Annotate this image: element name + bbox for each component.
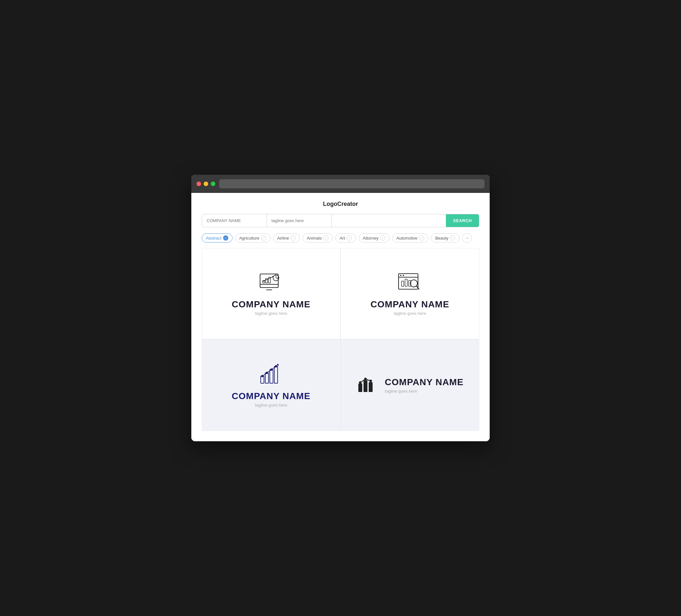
category-label: Animals (307, 236, 322, 240)
logo-card-4[interactable]: COMPANY NAME tagline goes here (341, 340, 479, 431)
app-content: LogoCreator SEARCH Abstract✓Agriculture✓… (191, 193, 490, 441)
browser-window: LogoCreator SEARCH Abstract✓Agriculture✓… (191, 175, 490, 441)
category-chip-automotive[interactable]: Automotive✓ (392, 233, 428, 242)
svg-point-10 (272, 276, 274, 277)
traffic-lights (197, 182, 215, 186)
check-icon: ✓ (261, 235, 266, 240)
category-chip-abstract[interactable]: Abstract✓ (202, 233, 232, 242)
category-chip-attorney[interactable]: Attorney✓ (359, 233, 389, 242)
logo-card-3[interactable]: COMPANY NAME tagline goes here (202, 340, 340, 431)
logo-1-company-name: COMPANY NAME (232, 299, 311, 310)
svg-point-24 (261, 375, 263, 377)
svg-rect-15 (401, 281, 404, 286)
category-label: Art (339, 236, 345, 240)
svg-rect-22 (270, 369, 273, 383)
logo-3-company-name: COMPANY NAME (232, 391, 311, 401)
svg-rect-16 (405, 279, 407, 286)
logo-grid: COMPANY NAME tagline goes here (202, 248, 479, 431)
search-button[interactable]: SEARCH (446, 214, 479, 227)
search-chart-icon (397, 272, 423, 295)
address-bar[interactable] (219, 179, 484, 188)
logo-2-tagline: tagline goes here (394, 311, 426, 316)
category-label: Agriculture (239, 236, 259, 240)
category-label: Abstract (206, 236, 222, 240)
bar-chart-growth-icon (258, 363, 284, 386)
maximize-button[interactable] (211, 182, 215, 186)
svg-rect-30 (363, 380, 368, 392)
close-button[interactable] (197, 182, 201, 186)
check-icon: ✓ (380, 235, 385, 240)
category-label: Airline (277, 236, 289, 240)
minimize-button[interactable] (204, 182, 208, 186)
logo-1-tagline: tagline goes here (255, 311, 287, 316)
categories-next-arrow[interactable]: → (462, 233, 472, 243)
categories-bar: Abstract✓Agriculture✓Airline✓Animals✓Art… (202, 233, 479, 243)
check-icon: ✓ (291, 235, 296, 240)
svg-point-13 (400, 275, 401, 276)
tagline-input[interactable] (267, 214, 332, 227)
category-chip-agriculture[interactable]: Agriculture✓ (235, 233, 271, 242)
check-icon: ✓ (347, 235, 352, 240)
check-icon: ✓ (323, 235, 328, 240)
svg-point-14 (403, 275, 404, 276)
check-icon: ✓ (450, 235, 455, 240)
category-chip-beauty[interactable]: Beauty✓ (431, 233, 459, 242)
extra-input[interactable] (332, 214, 446, 227)
app-title: LogoCreator (202, 201, 479, 207)
logo-card-2[interactable]: COMPANY NAME tagline goes here (341, 248, 479, 339)
svg-rect-23 (274, 366, 278, 383)
monitor-chart-icon (258, 272, 284, 295)
logo-4-tagline: tagline goes here (385, 389, 464, 393)
check-icon: ✓ (223, 235, 228, 240)
browser-chrome (191, 175, 490, 193)
category-label: Beauty (435, 236, 448, 240)
category-chip-airline[interactable]: Airline✓ (273, 233, 300, 242)
logo-4-company-name: COMPANY NAME (385, 377, 464, 387)
logo-card-1[interactable]: COMPANY NAME tagline goes here (202, 248, 340, 339)
category-label: Automotive (396, 236, 418, 240)
company-name-input[interactable] (202, 214, 267, 227)
svg-rect-29 (358, 384, 362, 392)
svg-point-26 (271, 368, 273, 370)
logo-3-tagline: tagline goes here (255, 403, 287, 408)
logo-2-company-name: COMPANY NAME (371, 299, 450, 310)
search-bar: SEARCH (202, 214, 479, 227)
svg-rect-21 (265, 373, 269, 383)
category-chip-animals[interactable]: Animals✓ (303, 233, 333, 242)
svg-rect-31 (369, 382, 373, 392)
category-chip-art[interactable]: Art✓ (335, 233, 356, 242)
category-label: Attorney (363, 236, 378, 240)
svg-point-25 (266, 371, 268, 374)
logo-4-text-block: COMPANY NAME tagline goes here (385, 377, 464, 393)
bar-dot-chart-icon (356, 371, 380, 394)
check-icon: ✓ (419, 235, 424, 240)
